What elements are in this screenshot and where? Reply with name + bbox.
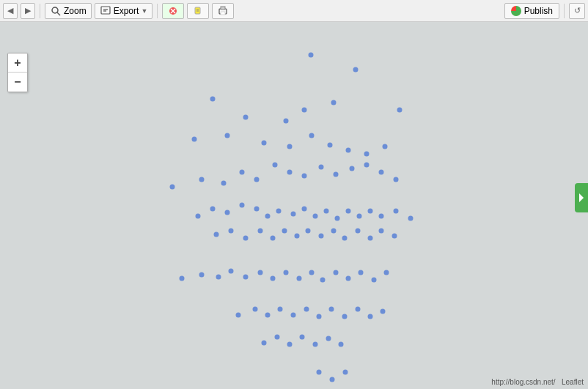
scatter-dot [313, 342, 318, 347]
scatter-dot [343, 370, 348, 375]
divider-1 [40, 4, 40, 18]
print-button[interactable] [212, 3, 234, 19]
scatter-dot [379, 170, 384, 175]
zoom-out-button[interactable]: − [8, 73, 27, 92]
scatter-dot [254, 207, 260, 212]
scatter-dot [225, 210, 230, 215]
scatter-dot [254, 177, 260, 182]
svg-rect-12 [221, 7, 225, 10]
scatter-dot [357, 214, 362, 219]
forward-button[interactable]: ▶ [21, 3, 35, 19]
scatter-dot [313, 214, 318, 219]
redo-button[interactable]: ↺ [569, 3, 585, 19]
divider-3 [564, 4, 565, 18]
scatter-dot [317, 314, 322, 319]
zoom-button[interactable]: Zoom [45, 3, 92, 19]
scatter-dot [304, 307, 309, 312]
scatter-dot [273, 163, 278, 168]
scatter-dot [271, 276, 276, 281]
scatter-dot [326, 336, 331, 341]
scatter-dot [192, 137, 197, 142]
scatter-dot [346, 148, 351, 153]
scatter-dot [309, 133, 315, 138]
scatter-dot [339, 342, 344, 347]
scatter-dot [199, 177, 205, 182]
scatter-dot [329, 307, 334, 312]
scatter-dot [199, 273, 205, 278]
scatter-dot [330, 377, 335, 382]
scatter-dot [275, 335, 280, 340]
publish-button[interactable]: Publish [504, 3, 559, 19]
leaflet-label: Leaflet [562, 378, 584, 386]
scatter-dot [214, 232, 219, 237]
scatter-dot [334, 270, 339, 275]
zoom-controls: + − [7, 53, 28, 92]
divider-2 [157, 4, 158, 18]
scatter-dot [284, 270, 289, 275]
scatter-dot [287, 144, 293, 149]
scatter-dot [287, 170, 293, 175]
scatter-dot [240, 170, 245, 175]
scatter-dot [225, 133, 230, 138]
scatter-dot [331, 229, 337, 234]
scatter-dot [291, 212, 296, 217]
zoom-in-button[interactable]: + [8, 53, 27, 73]
scatter-dot [356, 307, 361, 312]
scatter-dot [240, 203, 245, 208]
scatter-dot [384, 270, 389, 275]
scatter-dot [180, 276, 185, 281]
scatter-dot [356, 229, 361, 234]
scatter-dot [317, 370, 322, 375]
scatter-dot [216, 275, 221, 280]
back-button[interactable]: ◀ [3, 3, 18, 19]
scatter-dot [221, 181, 227, 186]
scatter-dot [320, 278, 326, 283]
svg-rect-13 [221, 12, 225, 15]
scatter-dot [342, 236, 348, 241]
scatter-dot [408, 216, 414, 221]
publish-icon [511, 6, 521, 16]
scatter-dot [319, 234, 324, 239]
scatter-dot [381, 309, 386, 314]
export-label: Export [114, 6, 139, 16]
scatter-dot [271, 236, 276, 241]
scatter-dot [229, 229, 234, 234]
svg-rect-2 [101, 7, 110, 14]
scatter-dot [364, 152, 370, 157]
scatter-dot [302, 174, 307, 179]
export-button[interactable]: Export ▼ [95, 3, 153, 19]
scatter-dot [258, 270, 263, 275]
scatter-dot [170, 185, 175, 190]
svg-point-0 [52, 7, 58, 13]
scatter-dot [346, 276, 351, 281]
scatter-dot [359, 270, 364, 275]
scatter-dot [236, 313, 241, 318]
scatter-dot [368, 209, 373, 214]
scatter-dot [309, 53, 314, 58]
scatter-dot [319, 165, 324, 170]
publish-label: Publish [524, 6, 553, 16]
export-chevron-icon: ▼ [141, 7, 147, 15]
toolbar: ◀ ▶ Zoom Export ▼ Publish ↺ [0, 0, 588, 22]
scatter-dot [368, 314, 373, 319]
scatter-dot [353, 67, 359, 73]
scatter-dot [334, 172, 339, 177]
scatter-dot [210, 207, 216, 212]
scatter-dot [278, 307, 283, 312]
right-panel-button[interactable] [575, 183, 588, 212]
pencil-button[interactable] [187, 3, 209, 19]
cancel-button[interactable] [162, 3, 184, 19]
scatter-dot [306, 229, 311, 234]
scatter-dot [291, 313, 296, 318]
scatter-dot [350, 166, 355, 171]
scatter-dot [324, 209, 329, 214]
zoom-icon [50, 5, 62, 17]
scatter-dot [287, 342, 293, 347]
scatter-dot [394, 177, 399, 182]
scatter-dot [265, 313, 271, 318]
map-container[interactable]: + − http://blog.csdn.net/ Leaflet [0, 22, 588, 389]
scatter-dot [364, 163, 370, 168]
scatter-dot [383, 144, 388, 149]
scatter-dot [331, 100, 337, 105]
scatter-dot [243, 275, 249, 280]
